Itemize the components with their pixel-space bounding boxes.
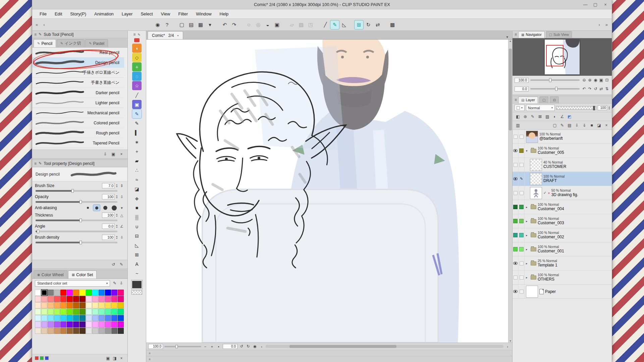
layer-row[interactable]: ▸100 % NormalOTHERS <box>513 270 612 285</box>
rotate-left-button[interactable]: ↺ <box>239 344 244 349</box>
mesh-transform-icon[interactable]: ▨ <box>297 20 306 29</box>
stepper-down-icon[interactable]: ▾ <box>116 197 117 199</box>
color-swatch[interactable] <box>60 321 66 327</box>
zoom-in-button[interactable]: + <box>209 344 215 349</box>
selection-launcher-icon[interactable]: ▣ <box>273 20 281 29</box>
fit-to-width-icon[interactable]: ⊡ <box>604 77 610 83</box>
expression-color-select[interactable]: ▾ <box>515 105 525 111</box>
layer-visibility-cell[interactable] <box>513 242 519 256</box>
layer-flag-cell[interactable] <box>519 270 525 284</box>
menu-item-view[interactable]: View <box>157 11 174 16</box>
rotate-right-button[interactable]: ↻ <box>246 344 251 349</box>
aa-option[interactable] <box>111 205 117 211</box>
layer-visibility-cell[interactable] <box>513 256 519 270</box>
help-icon[interactable]: ? <box>163 20 171 29</box>
recent-color-swatch[interactable] <box>45 356 49 360</box>
color-swatch[interactable] <box>105 321 111 327</box>
grid-tool[interactable]: ⊞ <box>132 250 142 259</box>
zoom-out-icon[interactable]: ⊖ <box>581 77 587 83</box>
frame-border-tool[interactable]: ▣ <box>132 100 142 109</box>
color-swatch[interactable] <box>79 309 86 315</box>
color-swatch[interactable] <box>79 328 86 334</box>
color-swatch[interactable] <box>118 302 124 308</box>
horizontal-scroll-thumb[interactable] <box>289 345 396 348</box>
color-swatch[interactable] <box>86 302 92 308</box>
layer-flag-cell[interactable] <box>519 214 525 228</box>
navigator-thumbnail[interactable] <box>545 40 580 74</box>
value-stepper[interactable]: ▴▾ <box>116 235 117 239</box>
expand-dock-icon[interactable]: » <box>604 21 609 28</box>
subtool-tab-[interactable]: ✎インク切 <box>57 39 85 47</box>
layer-thumbnail[interactable] <box>526 286 538 298</box>
color-swatch[interactable] <box>73 315 79 321</box>
layer-flag-cell[interactable] <box>519 228 525 242</box>
color-swatch[interactable] <box>73 309 79 315</box>
color-swatch[interactable] <box>54 302 60 308</box>
color-swatch[interactable] <box>54 309 60 315</box>
create-layer-mask-icon[interactable]: ◐ <box>551 114 558 120</box>
stream-line-tool[interactable]: ~ <box>132 269 142 278</box>
layer-color-icon[interactable]: ◩ <box>566 114 573 120</box>
menu-item-help[interactable]: Help <box>216 11 233 16</box>
value-stepper[interactable]: ▴▾ <box>116 224 117 228</box>
canvas-artwork[interactable] <box>146 40 512 343</box>
property-slider[interactable] <box>36 201 117 203</box>
layer-flag-cell[interactable]: ✎ <box>519 172 525 186</box>
color-swatch[interactable] <box>35 315 41 321</box>
stepper-down-icon[interactable]: ▾ <box>116 186 117 188</box>
color-swatch[interactable] <box>35 328 41 334</box>
recent-color-swatch[interactable] <box>40 356 44 360</box>
layer-row[interactable]: ▸100 % NormalCustomer_001 <box>513 242 612 256</box>
color-swatch[interactable] <box>48 321 54 327</box>
layer-visibility-cell[interactable] <box>513 186 519 200</box>
color-swatch[interactable] <box>41 290 47 296</box>
rotate-left-icon[interactable]: ↶ <box>581 86 587 92</box>
panel-menu-icon[interactable]: ≡ <box>515 98 517 102</box>
color-swatch[interactable] <box>48 302 54 308</box>
color-swatch[interactable] <box>105 309 111 315</box>
expand-arrow-icon[interactable]: ▸ <box>526 276 529 279</box>
expand-up-icon[interactable]: « <box>148 358 152 360</box>
zoom-100-icon[interactable]: ◉ <box>593 77 598 83</box>
tab-layer[interactable]: ▤ Layer <box>518 97 538 103</box>
layer-visibility-cell[interactable] <box>513 130 519 143</box>
color-swatch[interactable] <box>48 315 54 321</box>
color-swatch[interactable] <box>35 296 41 302</box>
stepper-down-icon[interactable]: ▾ <box>116 237 117 239</box>
delete-layer-icon[interactable]: × <box>603 122 610 128</box>
blend-tool[interactable]: ≈ <box>132 175 142 184</box>
subtool-item[interactable]: Lighter pencil <box>32 98 124 108</box>
color-swatch[interactable] <box>54 328 60 334</box>
layer-row[interactable]: ✎100 % NormalDRAFT <box>513 172 612 186</box>
color-swatch[interactable] <box>35 290 41 296</box>
color-swatch[interactable] <box>118 328 124 334</box>
canvas-rotation-value[interactable]: 0.0 <box>223 344 237 349</box>
brush-tool[interactable]: ▰ <box>132 156 142 165</box>
color-swatch[interactable] <box>73 302 79 308</box>
crop-icon[interactable]: ◳ <box>306 20 315 29</box>
menu-item-select[interactable]: Select <box>137 11 157 16</box>
ruler-range-icon[interactable]: ∠ <box>559 114 566 120</box>
color-swatch[interactable] <box>86 321 92 327</box>
document-tab[interactable]: Comic* 2/4 ● <box>148 31 183 39</box>
ruler-tool[interactable]: ◺ <box>132 241 142 250</box>
tab-color-wheel[interactable]: ◉ Color Wheel <box>34 270 67 279</box>
color-swatch[interactable] <box>73 296 79 302</box>
navigator-view-rectangle[interactable] <box>546 45 564 66</box>
new-raster-layer-icon[interactable]: ▢ <box>551 122 558 128</box>
canvas-zoom-value[interactable]: 100.0 <box>148 344 163 349</box>
scroll-left-button[interactable]: ‹ <box>259 344 264 349</box>
subtool-item[interactable]: Darker pencil <box>32 88 124 98</box>
color-swatch[interactable] <box>67 321 73 327</box>
layer-visibility-cell[interactable] <box>513 228 519 242</box>
delete-subtool-icon[interactable]: × <box>118 151 125 157</box>
layer-flag-cell[interactable] <box>519 158 525 172</box>
new-layer-folder-icon[interactable]: ▤ <box>566 122 573 128</box>
color-swatch[interactable] <box>86 315 92 321</box>
scroll-up-icon[interactable]: ▲ <box>509 40 512 43</box>
duplicate-subtool-icon[interactable]: ▣ <box>110 151 117 157</box>
reselect-icon[interactable]: ◎ <box>254 20 263 29</box>
auto-select-tool[interactable]: ☆ <box>132 81 142 90</box>
layer-flag-cell[interactable] <box>519 186 525 200</box>
color-swatch[interactable] <box>48 328 54 334</box>
